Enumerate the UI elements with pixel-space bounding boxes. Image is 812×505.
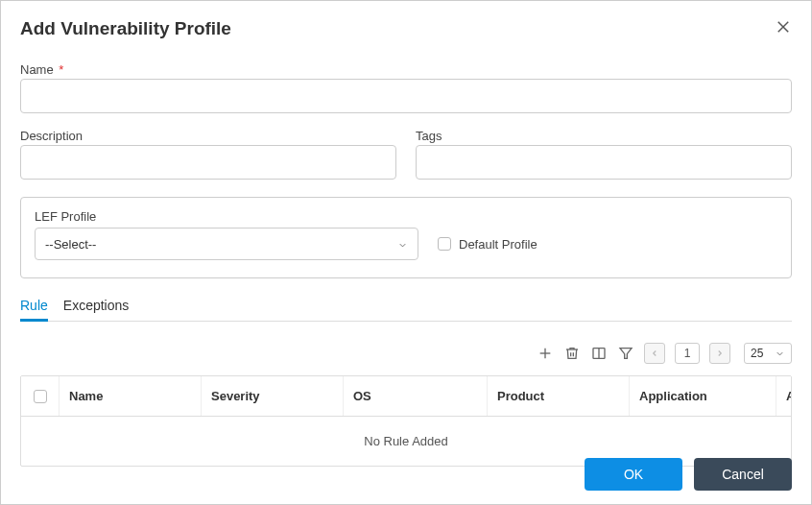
select-all-checkbox[interactable] — [21, 376, 60, 416]
required-star-icon: * — [59, 62, 63, 77]
lef-label: LEF Profile — [35, 209, 777, 224]
tabs: Rule Exceptions — [20, 294, 792, 322]
default-profile-checkbox[interactable]: Default Profile — [438, 237, 537, 252]
checkbox-icon — [438, 237, 451, 251]
page-number-input[interactable] — [675, 343, 700, 364]
col-last[interactable]: A — [776, 376, 792, 416]
svg-marker-6 — [620, 349, 632, 359]
name-label-text: Name — [20, 62, 54, 77]
description-label: Description — [20, 129, 396, 143]
col-product[interactable]: Product — [488, 376, 630, 416]
chevron-down-icon — [775, 349, 785, 359]
dialog-title: Add Vulnerability Profile — [20, 18, 231, 39]
tab-exceptions[interactable]: Exceptions — [63, 294, 129, 321]
table-header-row: Name Severity OS Product Application A — [21, 376, 791, 417]
filter-icon[interactable] — [617, 345, 634, 362]
lef-profile-section: LEF Profile --Select-- Default Profile — [20, 197, 792, 278]
next-page-button[interactable] — [709, 343, 730, 364]
tab-rule[interactable]: Rule — [20, 294, 48, 322]
ok-button[interactable]: OK — [585, 458, 682, 491]
col-os[interactable]: OS — [344, 376, 488, 416]
table-toolbar: 25 — [20, 343, 792, 364]
prev-page-button[interactable] — [644, 343, 665, 364]
lef-select[interactable]: --Select-- — [35, 228, 418, 260]
page-size-select[interactable]: 25 — [744, 343, 792, 364]
chevron-down-icon — [397, 239, 408, 250]
name-label: Name * — [20, 62, 792, 77]
col-name[interactable]: Name — [60, 376, 202, 416]
name-field[interactable] — [20, 79, 792, 113]
col-severity[interactable]: Severity — [202, 376, 344, 416]
trash-icon[interactable] — [563, 345, 581, 362]
tags-label: Tags — [416, 129, 792, 143]
close-icon[interactable] — [775, 18, 792, 36]
plus-icon[interactable] — [537, 345, 554, 362]
columns-icon[interactable] — [590, 345, 608, 362]
lef-select-value: --Select-- — [45, 237, 96, 252]
default-profile-label: Default Profile — [459, 237, 537, 252]
tags-field[interactable] — [416, 145, 792, 180]
page-size-value: 25 — [751, 347, 763, 360]
description-field[interactable] — [20, 145, 396, 180]
col-application[interactable]: Application — [630, 376, 776, 416]
cancel-button[interactable]: Cancel — [694, 458, 792, 491]
rules-table: Name Severity OS Product Application A N… — [20, 375, 792, 467]
